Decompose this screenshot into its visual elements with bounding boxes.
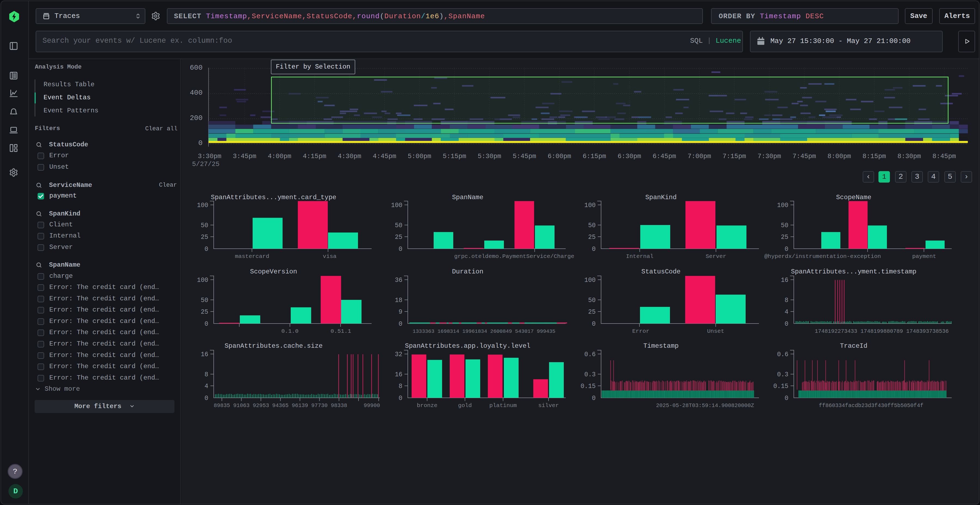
svg-text:grpc.oteldemo.PaymentService/C: grpc.oteldemo.PaymentService/Charge bbox=[454, 253, 574, 260]
svg-text:7:00pm: 7:00pm bbox=[687, 152, 711, 160]
svg-text:Timestamp: Timestamp bbox=[643, 342, 679, 349]
svg-text:0: 0 bbox=[204, 246, 208, 253]
svg-text:8:00pm: 8:00pm bbox=[827, 152, 851, 160]
svg-text:16: 16 bbox=[395, 371, 402, 378]
svg-text:96139: 96139 bbox=[292, 402, 308, 409]
svg-text:50: 50 bbox=[395, 222, 402, 229]
svg-text:4:15pm: 4:15pm bbox=[303, 152, 326, 160]
svg-text:16: 16 bbox=[781, 277, 788, 284]
svg-text:89835: 89835 bbox=[214, 402, 230, 409]
svg-text:0.3: 0.3 bbox=[777, 371, 788, 378]
svg-text:16: 16 bbox=[200, 351, 208, 358]
svg-text:silver: silver bbox=[538, 402, 559, 409]
svg-text:100: 100 bbox=[197, 277, 208, 284]
svg-text:8:30pm: 8:30pm bbox=[897, 152, 921, 160]
svg-text:8: 8 bbox=[399, 383, 402, 390]
svg-text:SpanAttributes...yment.card_ty: SpanAttributes...yment.card_type bbox=[211, 194, 336, 201]
svg-text:100: 100 bbox=[584, 202, 596, 209]
svg-text:6:45pm: 6:45pm bbox=[652, 152, 676, 160]
svg-text:Internal: Internal bbox=[626, 253, 654, 260]
svg-text:4:45pm: 4:45pm bbox=[373, 152, 396, 160]
svg-text:0: 0 bbox=[592, 246, 596, 253]
svg-text:98338: 98338 bbox=[331, 402, 347, 409]
svg-text:ScopeVersion: ScopeVersion bbox=[250, 268, 297, 275]
svg-text:8:15pm: 8:15pm bbox=[862, 152, 886, 160]
svg-text:25: 25 bbox=[200, 234, 208, 241]
svg-text:4: 4 bbox=[204, 383, 208, 390]
svg-text:visa: visa bbox=[323, 253, 336, 260]
svg-text:0: 0 bbox=[399, 321, 402, 327]
svg-text:ff860334facdb23d3f430ff5b5050f: ff860334facdb23d3f430ff5b5050f4f bbox=[819, 402, 923, 409]
svg-text:TraceId: TraceId bbox=[840, 342, 867, 349]
svg-text:94365: 94365 bbox=[272, 402, 288, 409]
svg-text:0.6: 0.6 bbox=[584, 351, 596, 358]
svg-text:32: 32 bbox=[395, 351, 402, 358]
svg-text:5:30pm: 5:30pm bbox=[478, 152, 501, 160]
svg-text:SpanAttributes...yment.timesta: SpanAttributes...yment.timestamp bbox=[791, 268, 916, 275]
svg-text:0.6: 0.6 bbox=[777, 351, 788, 358]
svg-text:25: 25 bbox=[588, 308, 596, 316]
svg-text:200: 200 bbox=[190, 114, 202, 122]
svg-text:Unset: Unset bbox=[707, 328, 724, 334]
svg-text:0: 0 bbox=[204, 321, 208, 327]
svg-text:3:45pm: 3:45pm bbox=[233, 152, 256, 160]
svg-text:5/27/25: 5/27/25 bbox=[192, 160, 220, 168]
svg-text:99900: 99900 bbox=[364, 402, 380, 409]
svg-text:91063: 91063 bbox=[233, 402, 250, 409]
svg-text:50: 50 bbox=[588, 297, 596, 304]
svg-text:0: 0 bbox=[784, 395, 788, 402]
svg-text:6:30pm: 6:30pm bbox=[618, 152, 641, 160]
svg-text:0: 0 bbox=[592, 321, 596, 327]
svg-text:3:30pm: 3:30pm bbox=[198, 152, 221, 160]
svg-text:0.1.0: 0.1.0 bbox=[281, 328, 298, 334]
svg-text:0.15: 0.15 bbox=[581, 383, 596, 390]
svg-text:5:45pm: 5:45pm bbox=[512, 152, 536, 160]
svg-text:gold: gold bbox=[458, 402, 472, 409]
svg-text:18: 18 bbox=[395, 297, 402, 304]
svg-text:4:00pm: 4:00pm bbox=[268, 152, 291, 160]
svg-text:@hyperdx/instrumentation-excep: @hyperdx/instrumentation-exception bbox=[764, 253, 881, 260]
svg-text:5:15pm: 5:15pm bbox=[442, 152, 466, 160]
svg-text:7:15pm: 7:15pm bbox=[722, 152, 746, 160]
svg-text:StatusCode: StatusCode bbox=[641, 268, 681, 275]
svg-text:100: 100 bbox=[584, 277, 596, 284]
svg-text:0: 0 bbox=[784, 246, 788, 253]
svg-text:25: 25 bbox=[588, 234, 596, 241]
svg-text:0: 0 bbox=[204, 395, 208, 402]
svg-text:1333363 1698314 19961834 26008: 1333363 1698314 19961834 2600849 543017 … bbox=[413, 329, 555, 334]
svg-text:25: 25 bbox=[781, 234, 788, 241]
svg-text:50: 50 bbox=[781, 222, 788, 229]
svg-text:Error: Error bbox=[632, 328, 649, 334]
svg-text:SpanAttributes.cache.size: SpanAttributes.cache.size bbox=[224, 342, 323, 349]
svg-text:97730: 97730 bbox=[311, 402, 328, 409]
svg-text:ScopeName: ScopeName bbox=[836, 194, 871, 201]
svg-text:0: 0 bbox=[399, 395, 402, 402]
svg-text:mastercard: mastercard bbox=[235, 253, 269, 260]
svg-text:100: 100 bbox=[391, 202, 402, 209]
svg-text:0: 0 bbox=[198, 139, 202, 147]
svg-text:50: 50 bbox=[588, 222, 596, 229]
svg-text:92953: 92953 bbox=[253, 402, 269, 409]
svg-text:4:30pm: 4:30pm bbox=[338, 152, 361, 160]
svg-text:9: 9 bbox=[399, 308, 402, 316]
svg-text:600: 600 bbox=[190, 64, 202, 72]
svg-text:4: 4 bbox=[784, 308, 788, 316]
svg-text:50: 50 bbox=[200, 297, 208, 304]
svg-text:SpanKind: SpanKind bbox=[645, 194, 676, 201]
svg-text:platinum: platinum bbox=[490, 402, 517, 409]
svg-text:50: 50 bbox=[200, 222, 208, 229]
svg-text:2025-05-28T03:59:14.900820000Z: 2025-05-28T03:59:14.900820000Z bbox=[656, 402, 754, 409]
svg-text:8: 8 bbox=[204, 371, 208, 378]
svg-text:0.15: 0.15 bbox=[773, 383, 788, 390]
svg-text:0: 0 bbox=[399, 246, 402, 253]
svg-text:6:15pm: 6:15pm bbox=[582, 152, 606, 160]
svg-text:8: 8 bbox=[784, 297, 788, 304]
svg-text:100: 100 bbox=[777, 202, 788, 209]
svg-text:8:45pm: 8:45pm bbox=[932, 152, 956, 160]
svg-text:payment: payment bbox=[912, 253, 936, 260]
svg-text:6:00pm: 6:00pm bbox=[548, 152, 571, 160]
svg-text:7:30pm: 7:30pm bbox=[757, 152, 781, 160]
svg-text:5:00pm: 5:00pm bbox=[408, 152, 431, 160]
svg-text:0: 0 bbox=[592, 395, 596, 402]
svg-text:0.51.1: 0.51.1 bbox=[331, 328, 351, 334]
